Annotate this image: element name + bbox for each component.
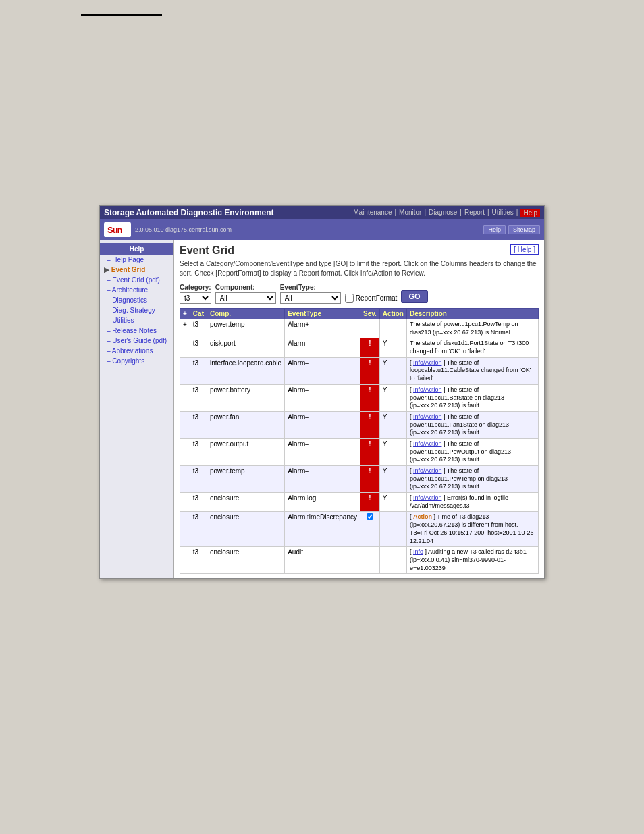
col-sev[interactable]: Sev. xyxy=(360,309,379,319)
cell-cat: t3 xyxy=(190,357,207,384)
col-comp[interactable]: Comp. xyxy=(207,309,284,319)
cell-cat: t3 xyxy=(190,338,207,357)
cell-comp: enclosure xyxy=(207,512,284,547)
cell-action: Y xyxy=(379,384,406,411)
sidebar-item-release-notes[interactable]: Release Notes xyxy=(100,325,173,336)
logo-bar-right: Help SiteMap xyxy=(483,225,540,234)
cell-sev xyxy=(360,547,379,574)
component-label: Component: xyxy=(215,284,276,291)
sidebar-item-architecture[interactable]: Architecture xyxy=(100,285,173,295)
main-layout: Help Help Page Event Grid Event Grid (pd… xyxy=(100,240,544,578)
cell-action: Y xyxy=(379,438,406,465)
info-action-link[interactable]: Info/Action xyxy=(413,494,442,501)
cell-plus xyxy=(180,411,190,438)
cell-plus xyxy=(180,384,190,411)
cell-cat: t3 xyxy=(190,466,207,493)
col-description[interactable]: Description xyxy=(406,309,538,319)
content-description: Select a Category/Component/EventType an… xyxy=(180,259,539,278)
cell-action: Y xyxy=(379,466,406,493)
nav-maintenance[interactable]: Maintenance xyxy=(353,209,392,217)
col-action[interactable]: Action xyxy=(379,309,406,319)
table-row: t3 power.temp Alarm– ! Y [ Info/Action ]… xyxy=(180,466,539,493)
logo-area: Sun 2.0.05.010 diag175.central.sun.com xyxy=(104,222,232,237)
cell-sev: ! xyxy=(360,384,379,411)
cell-cat: t3 xyxy=(190,384,207,411)
cell-sev xyxy=(360,512,379,547)
cell-cat: t3 xyxy=(190,547,207,574)
go-button[interactable]: GO xyxy=(401,290,427,303)
cell-eventtype: Alarm.log xyxy=(285,493,360,512)
info-link[interactable]: Info xyxy=(413,548,423,555)
nav-diagnose[interactable]: Diagnose xyxy=(429,209,457,217)
cell-desc: The state of power.u1pcu1.PowTemp on dia… xyxy=(406,319,538,338)
col-eventtype[interactable]: EventType xyxy=(285,309,360,319)
cell-plus xyxy=(180,512,190,547)
col-plus[interactable]: + xyxy=(180,309,190,319)
cell-sev: ! xyxy=(360,466,379,493)
cell-cat: t3 xyxy=(190,411,207,438)
info-action-link[interactable]: Info/Action xyxy=(413,440,442,447)
nav-monitor[interactable]: Monitor xyxy=(399,209,421,217)
info-action-link[interactable]: Info/Action xyxy=(413,386,442,393)
sun-logo: Sun xyxy=(104,222,131,237)
app-header: Storage Automated Diagnostic Environment… xyxy=(100,206,544,219)
cell-comp: disk.port xyxy=(207,338,284,357)
info-action-link[interactable]: Info/Action xyxy=(413,467,442,474)
sidebar-item-diag-strategy[interactable]: Diag. Strategy xyxy=(100,305,173,315)
cell-action xyxy=(379,512,406,547)
sidebar-item-utilities[interactable]: Utilities xyxy=(100,315,173,325)
nav-utilities[interactable]: Utilities xyxy=(492,209,514,217)
info-action-link[interactable]: Info/Action xyxy=(413,359,442,366)
help-button[interactable]: Help xyxy=(483,225,506,234)
cell-plus xyxy=(180,438,190,465)
col-cat[interactable]: Cat xyxy=(190,309,207,319)
cell-comp: enclosure xyxy=(207,547,284,574)
sidebar-item-users-guide[interactable]: User's Guide (pdf) xyxy=(100,336,173,346)
sidebar-title: Help xyxy=(100,243,173,255)
cell-eventtype: Alarm.timeDiscrepancy xyxy=(285,512,360,547)
info-action-link[interactable]: Info/Action xyxy=(413,413,442,420)
cell-cat: t3 xyxy=(190,319,207,338)
sidebar: Help Help Page Event Grid Event Grid (pd… xyxy=(100,240,174,578)
sidebar-item-event-grid[interactable]: Event Grid xyxy=(100,265,173,275)
eventtype-select[interactable]: All xyxy=(280,292,341,304)
svg-text:Sun: Sun xyxy=(107,225,123,235)
cell-desc: [ Info/Action ] The state of power.u1pcu… xyxy=(406,411,538,438)
filter-row: Category: t3 Component: All EventType: xyxy=(180,284,539,304)
top-nav: Maintenance | Monitor | Diagnose | Repor… xyxy=(353,209,540,217)
category-label: Category: xyxy=(180,284,211,291)
cell-action xyxy=(379,547,406,574)
table-row: t3 power.battery Alarm– ! Y [ Info/Actio… xyxy=(180,384,539,411)
cell-eventtype: Alarm+ xyxy=(285,319,360,338)
cell-cat: t3 xyxy=(190,438,207,465)
sitemap-button[interactable]: SiteMap xyxy=(508,225,540,234)
category-select[interactable]: t3 xyxy=(180,292,211,304)
cell-comp: power.temp xyxy=(207,319,284,338)
cell-plus xyxy=(180,466,190,493)
cell-eventtype: Alarm– xyxy=(285,438,360,465)
sidebar-item-copyrights[interactable]: Copyrights xyxy=(100,356,173,366)
sidebar-item-diagnostics[interactable]: Diagnostics xyxy=(100,295,173,305)
action-link[interactable]: Action xyxy=(413,513,432,520)
nav-report[interactable]: Report xyxy=(464,209,485,217)
report-format-checkbox[interactable] xyxy=(345,294,354,303)
sidebar-item-event-grid-pdf[interactable]: Event Grid (pdf) xyxy=(100,275,173,285)
cell-action: Y xyxy=(379,338,406,357)
content-area: Event Grid [ Help ] Select a Category/Co… xyxy=(174,240,544,578)
cell-comp: power.fan xyxy=(207,411,284,438)
cell-eventtype: Alarm– xyxy=(285,411,360,438)
sidebar-item-abbreviations[interactable]: Abbreviations xyxy=(100,346,173,356)
cell-action xyxy=(379,319,406,338)
cell-comp: power.output xyxy=(207,438,284,465)
table-row: t3 disk.port Alarm– ! Y The state of dis… xyxy=(180,338,539,357)
help-link[interactable]: [ Help ] xyxy=(510,244,539,255)
page-wrapper: Storage Automated Diagnostic Environment… xyxy=(0,0,644,834)
cell-eventtype: Alarm– xyxy=(285,384,360,411)
table-row: t3 enclosure Alarm.timeDiscrepancy [ Act… xyxy=(180,512,539,547)
component-filter: Component: All xyxy=(215,284,276,304)
cell-sev: ! xyxy=(360,411,379,438)
sidebar-item-help-page[interactable]: Help Page xyxy=(100,255,173,265)
nav-help[interactable]: Help xyxy=(520,209,540,217)
component-select[interactable]: All xyxy=(215,292,276,304)
sev-checkbox[interactable] xyxy=(367,513,373,520)
